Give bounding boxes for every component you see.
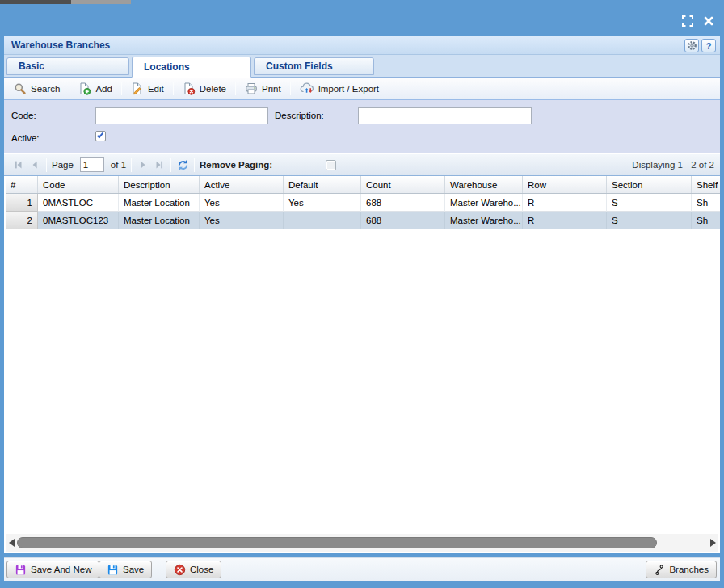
first-page-icon[interactable] [11, 157, 27, 173]
next-page-icon[interactable] [135, 157, 151, 173]
warehouse-cell: Master Wareho... [445, 212, 523, 229]
column-header-default[interactable]: Default [284, 176, 361, 193]
import-export-label: Import / Export [318, 84, 379, 94]
column-header-count[interactable]: Count [361, 176, 445, 193]
last-page-icon[interactable] [151, 157, 167, 173]
actions-toolbar: Search Add Edit Delete [4, 78, 720, 100]
application-window: Warehouse Branches ? Basic Locations Cus… [0, 0, 724, 588]
description-cell: Master Location [119, 194, 200, 212]
page-of-label: of 1 [111, 160, 126, 170]
toolbar-separator [69, 82, 69, 95]
delete-icon [183, 82, 196, 95]
active-checkbox[interactable] [95, 131, 106, 141]
search-form: Code: Description: Active: [4, 100, 720, 153]
tab-bar: Basic Locations Custom Fields [4, 55, 720, 78]
active-label: Active: [11, 133, 40, 143]
close-red-icon [174, 564, 186, 576]
table-row[interactable]: 1 0MASTLOC Master Location Yes Yes 688 M… [6, 194, 720, 212]
paging-separator [170, 158, 171, 172]
description-field[interactable] [358, 107, 532, 124]
section-cell: S [607, 194, 692, 212]
row-number-cell: 2 [6, 212, 38, 229]
add-button[interactable]: Add [73, 80, 117, 98]
toolbar-separator [173, 82, 174, 95]
close-icon[interactable] [702, 15, 714, 27]
edit-button[interactable]: Edit [125, 80, 170, 98]
footer-button-bar: Save And New Save Close Branches [4, 557, 720, 581]
close-label: Close [190, 565, 213, 574]
print-button[interactable]: Print [239, 80, 287, 98]
print-label: Print [262, 84, 281, 94]
page-label: Page [52, 160, 74, 170]
search-button[interactable]: Search [8, 80, 65, 98]
code-label: Code: [11, 111, 36, 120]
scrollbar-thumb[interactable] [17, 537, 657, 548]
window-titlebar [0, 4, 724, 32]
maximize-icon[interactable] [681, 15, 693, 27]
row-cell: R [523, 212, 607, 229]
check-icon [97, 132, 103, 139]
branches-button[interactable]: Branches [646, 561, 717, 578]
shelf-cell: Sh [692, 194, 720, 212]
code-field[interactable] [95, 107, 268, 124]
section-cell: S [607, 212, 692, 229]
help-icon[interactable]: ? [701, 39, 716, 52]
column-header-active[interactable]: Active [200, 176, 284, 193]
edit-label: Edit [148, 84, 164, 94]
toolbar-separator [121, 82, 122, 95]
count-cell: 688 [361, 212, 445, 229]
table-row[interactable]: 2 0MASTLOC123 Master Location Yes 688 Ma… [6, 212, 720, 229]
column-header-description[interactable]: Description [119, 176, 200, 193]
scroll-right-icon[interactable] [707, 534, 718, 552]
save-blue-icon [107, 564, 119, 576]
search-label: Search [31, 84, 60, 94]
tab-basic[interactable]: Basic [6, 57, 129, 75]
import-export-button[interactable]: Import / Export [294, 80, 385, 98]
branch-icon [654, 564, 665, 576]
column-header-warehouse[interactable]: Warehouse [445, 176, 523, 193]
code-cell: 0MASTLOC [38, 194, 119, 212]
grid-header-row: # Code Description Active Default Count … [6, 176, 720, 194]
paging-toolbar: Page of 1 Remove Paging: Displaying 1 - … [4, 153, 720, 176]
scrollbar-track[interactable] [17, 534, 707, 552]
tab-custom-fields[interactable]: Custom Fields [254, 57, 374, 75]
delete-label: Delete [200, 84, 226, 94]
remove-paging-label: Remove Paging: [200, 160, 272, 170]
count-cell: 688 [361, 194, 445, 212]
paging-separator [131, 158, 132, 172]
save-and-new-button[interactable]: Save And New [6, 561, 99, 578]
toolbar-separator [290, 82, 291, 95]
add-label: Add [95, 84, 112, 94]
column-header-shelf[interactable]: Shelf [692, 176, 720, 193]
refresh-icon[interactable] [175, 157, 191, 173]
shelf-cell: Sh [692, 212, 720, 229]
page-title: Warehouse Branches [4, 40, 110, 51]
print-icon [245, 82, 258, 95]
save-and-new-label: Save And New [31, 565, 91, 574]
save-purple-icon [15, 564, 27, 576]
code-cell: 0MASTLOC123 [38, 212, 119, 229]
page-number-input[interactable] [80, 158, 104, 172]
prev-page-icon[interactable] [27, 157, 43, 173]
row-cell: R [523, 194, 607, 212]
save-button[interactable]: Save [99, 561, 152, 578]
description-cell: Master Location [119, 212, 200, 229]
column-header-section[interactable]: Section [607, 176, 692, 193]
row-number-cell: 1 [6, 194, 38, 212]
tab-custom-fields-label: Custom Fields [266, 61, 333, 72]
horizontal-scrollbar[interactable] [6, 534, 718, 552]
delete-button[interactable]: Delete [177, 80, 232, 98]
toolbar-separator [235, 82, 236, 95]
tab-locations[interactable]: Locations [132, 57, 251, 78]
column-header-code[interactable]: Code [38, 176, 119, 193]
close-button[interactable]: Close [166, 561, 221, 578]
save-label: Save [123, 565, 144, 574]
column-header-row[interactable]: Row [523, 176, 607, 193]
column-header-num[interactable]: # [6, 176, 38, 193]
active-cell: Yes [200, 194, 284, 212]
search-icon [14, 82, 27, 95]
gear-icon[interactable] [684, 39, 699, 52]
description-label: Description: [275, 111, 324, 120]
remove-paging-checkbox[interactable] [326, 160, 336, 170]
scroll-left-icon[interactable] [6, 534, 17, 552]
